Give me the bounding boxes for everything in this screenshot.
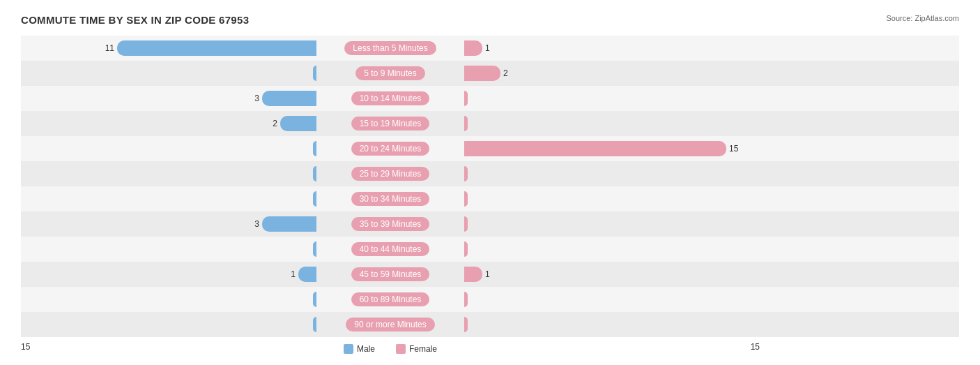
right-section: 15 xyxy=(460,141,760,156)
left-section xyxy=(21,292,321,307)
source-label: Source: ZipAtlas.com xyxy=(886,14,959,22)
male-bar-wrapper xyxy=(38,241,316,257)
left-section: 3 xyxy=(21,91,321,106)
right-section xyxy=(460,216,760,232)
right-section xyxy=(460,116,760,131)
male-bar-wrapper: 11 xyxy=(38,40,316,56)
right-section xyxy=(460,317,760,332)
axis-right-value: 15 xyxy=(751,342,760,352)
female-value: 15 xyxy=(729,144,743,154)
row-label: 5 to 9 Minutes xyxy=(355,66,424,80)
row-label: 40 to 44 Minutes xyxy=(351,242,430,256)
female-bar xyxy=(464,91,468,106)
legend-male-box xyxy=(344,344,353,354)
row-label: 25 to 29 Minutes xyxy=(351,167,430,181)
right-section xyxy=(460,166,760,181)
left-section xyxy=(21,241,321,257)
right-section: 1 xyxy=(460,267,760,282)
male-bar-wrapper xyxy=(38,191,316,207)
male-bar-wrapper: 2 xyxy=(38,116,316,131)
label-section: 20 to 24 Minutes xyxy=(321,142,460,156)
left-section: 3 xyxy=(21,216,321,232)
right-section xyxy=(460,292,760,307)
legend-male-label: Male xyxy=(357,344,375,354)
female-bar xyxy=(464,141,726,156)
male-bar-wrapper: 3 xyxy=(38,91,316,106)
male-bar xyxy=(298,267,316,282)
left-section xyxy=(21,66,321,81)
chart-row: 90 or more Minutes xyxy=(21,312,959,337)
female-bar xyxy=(464,191,468,207)
female-bar xyxy=(464,40,482,56)
male-bar xyxy=(262,91,316,106)
male-bar-wrapper: 1 xyxy=(38,267,316,282)
page-container: COMMUTE TIME BY SEX IN ZIP CODE 67953 So… xyxy=(21,14,959,354)
chart-row: 20 to 24 Minutes 15 xyxy=(21,136,959,161)
label-section: 45 to 59 Minutes xyxy=(321,267,460,281)
chart-row: 40 to 44 Minutes xyxy=(21,237,959,262)
row-label: 10 to 14 Minutes xyxy=(351,91,430,105)
female-bar-wrapper xyxy=(464,191,743,207)
right-section: 1 xyxy=(460,40,760,56)
male-bar xyxy=(313,166,316,181)
male-bar-wrapper xyxy=(38,317,316,332)
male-bar xyxy=(313,141,316,156)
left-section: 11 xyxy=(21,40,321,56)
female-bar xyxy=(464,216,468,232)
legend-female-box xyxy=(396,344,406,354)
left-section xyxy=(21,166,321,181)
right-section xyxy=(460,241,760,257)
row-label: 20 to 24 Minutes xyxy=(351,142,430,156)
male-bar-wrapper xyxy=(38,141,316,156)
female-bar-wrapper xyxy=(464,317,743,332)
female-bar-wrapper xyxy=(464,292,743,307)
label-section: 10 to 14 Minutes xyxy=(321,91,460,105)
row-label: 30 to 34 Minutes xyxy=(351,192,430,206)
right-section: 2 xyxy=(460,66,760,81)
label-section: 60 to 89 Minutes xyxy=(321,292,460,306)
female-bar-wrapper xyxy=(464,166,743,181)
male-value: 3 xyxy=(245,219,259,229)
label-section: 25 to 29 Minutes xyxy=(321,167,460,181)
legend-female: Female xyxy=(396,344,437,354)
left-section xyxy=(21,141,321,156)
label-section: 90 or more Minutes xyxy=(321,318,460,332)
male-bar xyxy=(117,40,316,56)
chart-row: 3 10 to 14 Minutes xyxy=(21,86,959,111)
male-bar xyxy=(280,116,316,131)
row-label: 45 to 59 Minutes xyxy=(351,267,430,281)
female-bar xyxy=(464,292,468,307)
female-bar-wrapper xyxy=(464,241,743,257)
male-bar-wrapper: 3 xyxy=(38,216,316,232)
female-bar-wrapper xyxy=(464,216,743,232)
label-section: 35 to 39 Minutes xyxy=(321,217,460,231)
female-bar-wrapper xyxy=(464,116,743,131)
chart-area: 11 Less than 5 Minutes 1 5 to 9 Minutes xyxy=(21,36,959,337)
chart-row: 11 Less than 5 Minutes 1 xyxy=(21,36,959,61)
legend-male: Male xyxy=(344,344,375,354)
legend-female-label: Female xyxy=(409,344,437,354)
left-section: 1 xyxy=(21,267,321,282)
male-bar-wrapper xyxy=(38,66,316,81)
label-section: 5 to 9 Minutes xyxy=(321,66,460,80)
male-bar xyxy=(313,241,316,257)
female-bar xyxy=(464,241,468,257)
female-bar xyxy=(464,317,468,332)
female-value: 2 xyxy=(503,68,517,78)
chart-row: 60 to 89 Minutes xyxy=(21,287,959,312)
male-value: 11 xyxy=(100,43,114,53)
female-bar-wrapper: 15 xyxy=(464,141,743,156)
axis-left-value: 15 xyxy=(21,342,30,352)
chart-row: 2 15 to 19 Minutes xyxy=(21,111,959,136)
female-bar-wrapper: 2 xyxy=(464,66,743,81)
male-value: 1 xyxy=(282,269,296,279)
row-label: 15 to 19 Minutes xyxy=(351,117,430,131)
male-bar xyxy=(262,216,316,232)
left-section: 2 xyxy=(21,116,321,131)
left-section xyxy=(21,191,321,207)
female-bar-wrapper: 1 xyxy=(464,40,743,56)
male-bar xyxy=(313,191,316,207)
label-section: Less than 5 Minutes xyxy=(321,41,460,55)
label-section: 30 to 34 Minutes xyxy=(321,192,460,206)
row-label: 90 or more Minutes xyxy=(346,318,434,332)
